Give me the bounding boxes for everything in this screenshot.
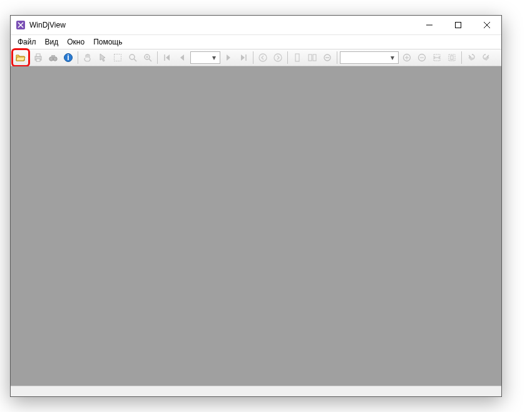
separator <box>253 51 253 64</box>
find-button[interactable] <box>46 51 60 64</box>
last-page-button[interactable] <box>237 51 250 64</box>
horizontal-scrollbar[interactable] <box>11 386 501 396</box>
menu-window[interactable]: Окно <box>63 36 89 48</box>
zoom-out-button[interactable] <box>415 51 429 64</box>
svg-rect-10 <box>51 55 55 57</box>
svg-rect-2 <box>456 23 461 28</box>
chevron-down-icon: ▾ <box>210 53 218 63</box>
separator <box>157 51 158 64</box>
svg-rect-7 <box>36 59 40 61</box>
facing-pages-button[interactable] <box>305 51 319 64</box>
fit-page-button[interactable] <box>445 51 459 64</box>
marquee-tool-button[interactable] <box>111 51 125 64</box>
zoom-in-button[interactable] <box>400 51 414 64</box>
svg-point-9 <box>53 57 57 61</box>
menu-file[interactable]: Файл <box>13 36 41 48</box>
page-combo[interactable]: ▾ <box>190 51 220 64</box>
cursor-icon <box>98 53 108 63</box>
app-window: WinDjView Файл Вид Окно Помощь i ▾ <box>10 15 502 397</box>
separator <box>287 51 288 64</box>
svg-rect-25 <box>309 54 312 61</box>
first-page-icon <box>162 53 172 63</box>
menubar: Файл Вид Окно Помощь <box>11 35 501 49</box>
first-page-button[interactable] <box>160 51 174 64</box>
print-button[interactable] <box>31 51 45 64</box>
next-page-button[interactable] <box>222 51 235 64</box>
app-icon <box>16 20 26 30</box>
magnifier-icon <box>128 53 138 63</box>
hand-icon <box>83 53 93 63</box>
next-page-icon <box>223 53 233 63</box>
svg-rect-36 <box>451 56 453 59</box>
svg-line-15 <box>134 59 136 61</box>
marquee-icon <box>113 53 123 63</box>
printer-icon <box>33 53 43 63</box>
separator <box>461 51 462 64</box>
maximize-button[interactable] <box>444 16 473 35</box>
nav-back-button[interactable] <box>256 51 270 64</box>
single-page-button[interactable] <box>290 51 304 64</box>
rotate-left-button[interactable] <box>464 51 478 64</box>
rotate-right-icon <box>481 53 491 63</box>
rotate-right-button[interactable] <box>479 51 493 64</box>
forward-icon <box>273 53 283 63</box>
titlebar: WinDjView <box>11 16 501 35</box>
back-icon <box>258 53 268 63</box>
loupe-icon <box>143 53 153 63</box>
magnify-tool-button[interactable] <box>126 51 140 64</box>
svg-rect-13 <box>115 54 121 61</box>
svg-point-23 <box>274 54 282 61</box>
binoculars-icon <box>48 53 58 63</box>
loupe-tool-button[interactable] <box>141 51 155 64</box>
hand-tool-button[interactable] <box>81 51 95 64</box>
app-title: WinDjView <box>29 21 66 29</box>
svg-line-17 <box>149 59 151 61</box>
prev-page-button[interactable] <box>175 51 189 64</box>
continuous-icon <box>322 53 332 63</box>
menu-help[interactable]: Помощь <box>89 36 126 48</box>
single-page-icon <box>292 53 302 63</box>
nav-forward-button[interactable] <box>271 51 285 64</box>
open-button[interactable] <box>14 51 28 64</box>
continuous-button[interactable] <box>320 51 334 64</box>
svg-rect-24 <box>295 54 299 61</box>
svg-point-8 <box>49 57 53 61</box>
fit-width-icon <box>432 53 442 63</box>
svg-point-14 <box>130 54 135 59</box>
last-page-icon <box>238 53 248 63</box>
fit-width-button[interactable] <box>430 51 444 64</box>
fit-page-icon <box>447 53 457 63</box>
open-highlight <box>11 48 30 67</box>
select-tool-button[interactable] <box>96 51 110 64</box>
svg-rect-26 <box>313 54 316 61</box>
chevron-down-icon: ▾ <box>388 53 397 63</box>
zoom-out-icon <box>417 53 427 63</box>
zoom-in-icon <box>402 53 412 63</box>
close-button[interactable] <box>473 16 501 35</box>
info-button[interactable]: i <box>61 51 75 64</box>
facing-pages-icon <box>307 53 317 63</box>
toolbar: i ▾ ▾ <box>11 49 501 66</box>
rotate-left-icon <box>466 53 476 63</box>
folder-open-icon <box>16 53 26 63</box>
menu-view[interactable]: Вид <box>41 36 63 48</box>
svg-text:i: i <box>67 53 69 62</box>
minimize-button[interactable] <box>415 16 444 35</box>
svg-point-22 <box>259 54 267 61</box>
svg-rect-6 <box>36 54 40 56</box>
document-area <box>11 66 501 396</box>
prev-page-icon <box>177 53 187 63</box>
separator <box>337 51 337 64</box>
separator <box>78 51 78 64</box>
zoom-combo[interactable]: ▾ <box>340 51 399 64</box>
info-icon: i <box>63 53 73 63</box>
